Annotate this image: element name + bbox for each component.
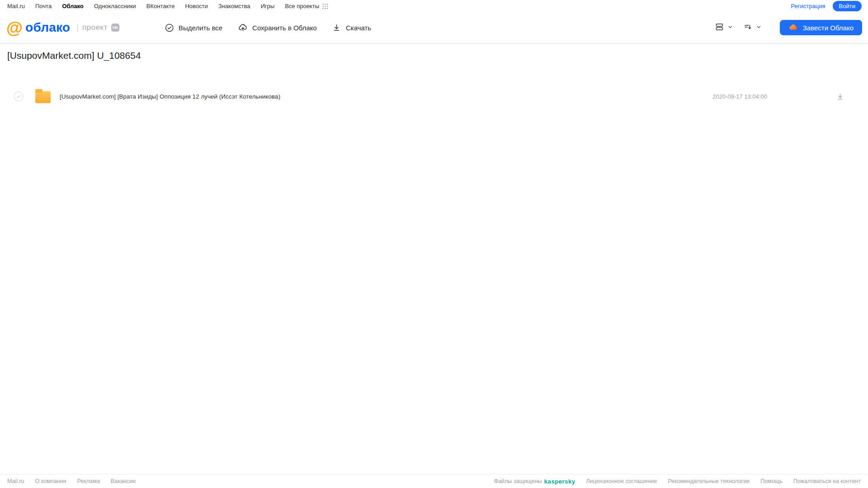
vk-badge-icon: VK bbox=[111, 24, 119, 32]
all-projects-control[interactable]: Все проекты bbox=[285, 3, 328, 9]
row-checkbox[interactable] bbox=[14, 91, 24, 101]
select-all-label: Выделить все bbox=[179, 24, 223, 32]
cloud-logo[interactable]: @ облако | проект VK bbox=[6, 19, 119, 36]
footer-right-links: Файлы защищены kaspersky Лицензионное со… bbox=[494, 478, 861, 485]
kaspersky-protection: Файлы защищены kaspersky bbox=[494, 478, 575, 485]
orange-cloud-icon bbox=[788, 22, 798, 33]
page-footer: Mail.ru О компании Реклама Вакансии Файл… bbox=[0, 474, 868, 488]
vk-project-label: | проект VK bbox=[76, 23, 119, 33]
create-cloud-button[interactable]: Завести Облако bbox=[780, 20, 862, 35]
save-to-cloud-button[interactable]: Сохранить в Облако bbox=[238, 23, 317, 33]
cloud-header: @ облако | проект VK Выделить все bbox=[0, 12, 868, 43]
portal-link-games[interactable]: Игры bbox=[261, 3, 275, 9]
apps-grid-icon bbox=[322, 3, 328, 9]
portal-link-odnoklassniki[interactable]: Одноклассники bbox=[94, 3, 136, 9]
check-circle-icon bbox=[165, 23, 174, 33]
file-name[interactable]: [UsupovMarket.com] [Врата Изиды] Оппозиц… bbox=[60, 93, 712, 100]
footer-link-help[interactable]: Помощь bbox=[760, 478, 782, 484]
project-text: проект bbox=[82, 23, 108, 32]
sort-lines-icon bbox=[743, 22, 753, 33]
save-to-cloud-label: Сохранить в Облако bbox=[252, 24, 317, 32]
download-icon bbox=[332, 23, 341, 32]
portal-link-mail[interactable]: Почта bbox=[35, 3, 52, 9]
portal-link-all-projects[interactable]: Все проекты bbox=[285, 3, 319, 9]
header-right-controls: Завести Облако bbox=[715, 20, 862, 35]
kaspersky-logo[interactable]: kaspersky bbox=[544, 478, 575, 485]
share-toolbar: Выделить все Сохранить в Облако Скачат bbox=[165, 23, 371, 33]
view-mode-control[interactable] bbox=[715, 22, 733, 33]
chevron-down-icon bbox=[727, 24, 733, 32]
file-date: 2020-09-17 13:04:00 bbox=[712, 93, 767, 100]
registration-link[interactable]: Регистрация bbox=[791, 3, 825, 9]
mailru-at-icon: @ bbox=[6, 19, 23, 36]
page-title: [UsupovMarket.com] U_108654 bbox=[7, 50, 861, 61]
footer-link-about[interactable]: О компании bbox=[35, 478, 66, 484]
portal-link-dating[interactable]: Знакомства bbox=[218, 3, 250, 9]
login-button[interactable]: Войти bbox=[833, 1, 862, 11]
logo-separator: | bbox=[76, 23, 79, 33]
file-row[interactable]: [UsupovMarket.com] [Врата Изиды] Оппозиц… bbox=[7, 86, 861, 106]
portal-link-news[interactable]: Новости bbox=[185, 3, 208, 9]
portal-link-cloud[interactable]: Облако bbox=[62, 3, 84, 9]
footer-link-jobs[interactable]: Вакансии bbox=[111, 478, 136, 484]
cloud-upload-icon bbox=[238, 23, 248, 33]
cloud-logo-text: облако bbox=[25, 20, 70, 35]
sort-control[interactable] bbox=[743, 22, 762, 33]
select-all-button[interactable]: Выделить все bbox=[165, 23, 223, 33]
footer-left-links: Mail.ru О компании Реклама Вакансии bbox=[7, 478, 136, 484]
footer-link-license[interactable]: Лицензионное соглашение bbox=[586, 478, 657, 484]
download-label: Скачать bbox=[346, 24, 371, 32]
folder-icon bbox=[35, 91, 51, 103]
auth-controls: Регистрация Войти bbox=[791, 1, 862, 11]
protected-by-label: Файлы защищены bbox=[494, 478, 542, 484]
portal-link-vkontakte[interactable]: ВКонтакте bbox=[147, 3, 175, 9]
footer-link-ads[interactable]: Реклама bbox=[77, 478, 100, 484]
share-content: [UsupovMarket.com] U_108654 [UsupovMarke… bbox=[0, 50, 868, 106]
portal-nav: Mail.ru Почта Облако Одноклассники ВКонт… bbox=[0, 0, 868, 12]
footer-link-report-content[interactable]: Пожаловаться на контент bbox=[793, 478, 861, 484]
download-button[interactable]: Скачать bbox=[332, 23, 371, 32]
footer-link-mailru[interactable]: Mail.ru bbox=[7, 478, 24, 484]
chevron-down-icon bbox=[756, 24, 762, 32]
list-view-icon bbox=[715, 22, 724, 33]
create-cloud-label: Завести Облако bbox=[803, 24, 854, 32]
row-download-button[interactable] bbox=[836, 92, 844, 101]
footer-link-recommendation-tech[interactable]: Рекомендательные технологии bbox=[668, 478, 749, 484]
portal-link-mailru[interactable]: Mail.ru bbox=[7, 3, 25, 9]
